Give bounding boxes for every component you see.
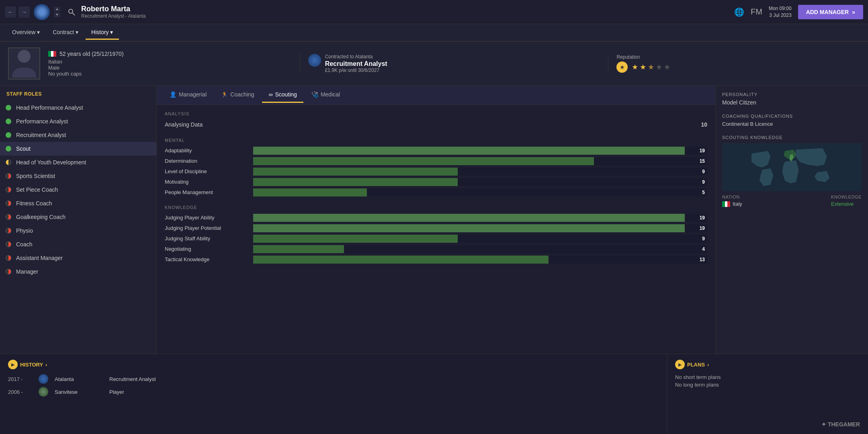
tab-medical[interactable]: 🩺 Medical — [305, 87, 346, 103]
attr-name: Level of Discipline — [165, 167, 253, 176]
attr-bar — [253, 157, 594, 165]
role-item[interactable]: Coach — [0, 237, 156, 251]
profile-nationality: Italian — [48, 59, 292, 65]
profile-header: 52 years old (25/12/1970) Italian Male N… — [0, 42, 868, 86]
role-item[interactable]: Performance Analyst — [0, 115, 156, 128]
flag-italy — [48, 51, 56, 57]
svg-point-0 — [69, 9, 73, 13]
role-item[interactable]: Scout — [0, 142, 156, 156]
role-item[interactable]: Fitness Coach — [0, 197, 156, 210]
tab-managerial[interactable]: 👤 Managerial — [163, 87, 213, 103]
mental-group: MENTAL Adaptability19Determination15Leve… — [165, 138, 707, 197]
role-item[interactable]: Head of Youth Development — [0, 156, 156, 169]
attr-value: 19 — [700, 225, 705, 231]
back-button[interactable]: ← — [5, 6, 16, 18]
forward-button[interactable]: → — [18, 6, 30, 18]
fm-logo: FM — [751, 7, 762, 16]
knowledge-attributes: Judging Player Ability19Judging Player P… — [165, 213, 707, 264]
scouting-knowledge-title: SCOUTING KNOWLEDGE — [722, 135, 862, 140]
tab-coaching[interactable]: 🏃 Coaching — [215, 87, 260, 103]
role-dot — [6, 146, 11, 151]
svg-point-2 — [18, 50, 31, 63]
role-item[interactable]: Physio — [0, 224, 156, 237]
attr-bar-wrap: 15 — [253, 157, 707, 165]
personality-value: Model Citizen — [722, 99, 862, 106]
history-role-name: Recruitment Analyst — [109, 376, 156, 382]
attr-row: People Management5 — [165, 188, 707, 197]
scouting-knowledge-section: SCOUTING KNOWLEDGE — [722, 135, 862, 207]
nation-knowledge: NATION Italy KNOWLEDGE Extensive — [722, 194, 862, 207]
knowledge-label: KNOWLEDGE — [831, 194, 862, 199]
role-item[interactable]: Goalkeeping Coach — [0, 210, 156, 224]
attr-value: 15 — [700, 158, 705, 164]
role-dot — [6, 187, 11, 192]
attr-bar-wrap: 9 — [253, 235, 707, 243]
attr-name: Negotiating — [165, 244, 253, 254]
tab-contract[interactable]: Contract ▾ — [47, 26, 84, 40]
attr-bar — [253, 168, 458, 176]
nav-tabs: Overview ▾ Contract ▾ History ▾ — [0, 24, 868, 42]
role-dot — [6, 105, 11, 111]
attr-bar-wrap: 19 — [253, 214, 707, 222]
attr-name: Motivating — [165, 177, 253, 186]
role-name: Sports Scientist — [16, 173, 55, 179]
role-dot — [6, 173, 11, 179]
plans-icon: ▶ — [675, 360, 685, 369]
attr-value: 19 — [700, 215, 705, 221]
personality-title: PERSONALITY — [722, 92, 862, 97]
role-name: Physio — [16, 227, 33, 234]
search-icon[interactable] — [65, 6, 78, 18]
attr-bar — [253, 147, 685, 155]
attributes-section: ANALYSIS Analysing Data 10 MENTAL Adapta… — [157, 105, 715, 278]
role-dot — [6, 228, 11, 233]
attr-bar-wrap: 9 — [253, 178, 707, 186]
logo-down-button[interactable]: ▼ — [54, 12, 60, 17]
role-item[interactable]: Recruitment Analyst — [0, 128, 156, 142]
role-dot — [6, 269, 11, 274]
attr-bar — [253, 256, 549, 264]
attr-value: 4 — [702, 246, 705, 252]
add-manager-button[interactable]: ADD MANAGER » — [798, 5, 863, 19]
logo-nav-arrows: ▲ ▼ — [54, 7, 60, 17]
history-year: 2017 - — [8, 376, 32, 382]
attr-row: Judging Staff Ability9 — [165, 234, 707, 243]
rep-stars: ★ ★ ★ ★ ★ ★ — [616, 61, 860, 73]
knowledge-level: Extensive — [831, 201, 862, 207]
profile-age: 52 years old (25/12/1970) — [59, 51, 124, 57]
body-section: STAFF ROLES Head Performance AnalystPerf… — [0, 86, 868, 354]
role-item[interactable]: Assistant Manager — [0, 251, 156, 265]
coaching-qual-title: COACHING QUALIFICATIONS — [722, 114, 862, 119]
datetime-block: Mon 09:00 3 Jul 2023 — [769, 5, 792, 19]
attr-name: Judging Player Ability — [165, 213, 253, 222]
logo-up-button[interactable]: ▲ — [54, 7, 60, 12]
tab-history[interactable]: History ▾ — [86, 26, 119, 40]
history-row: 2017 -AtalantaRecruitment Analyst — [8, 374, 659, 384]
attr-name: People Management — [165, 188, 253, 197]
plans-title[interactable]: ▶ PLANS › — [675, 360, 860, 369]
tab-overview[interactable]: Overview ▾ — [6, 26, 45, 40]
role-dot — [6, 255, 11, 261]
attr-value: 13 — [700, 257, 705, 262]
analysing-data-label: Analysing Data — [165, 121, 203, 128]
right-panel: PERSONALITY Model Citizen COACHING QUALI… — [715, 86, 868, 354]
attr-bar — [253, 224, 685, 232]
role-item[interactable]: Sports Scientist — [0, 169, 156, 183]
nav-arrows: ← → — [5, 6, 30, 18]
roles-container: Head Performance AnalystPerformance Anal… — [0, 101, 156, 278]
role-item[interactable]: Manager — [0, 265, 156, 278]
history-title[interactable]: ▶ HISTORY › — [8, 360, 659, 369]
person-name: Roberto Marta — [81, 5, 734, 13]
role-name: Recruitment Analyst — [16, 132, 66, 138]
attr-row: Tactical Knowledge13 — [165, 255, 707, 264]
star-2: ★ — [640, 63, 646, 72]
tab-scouting[interactable]: ∞ Scouting — [262, 87, 303, 103]
role-name: Head Performance Analyst — [16, 104, 83, 111]
mental-attributes: Adaptability19Determination15Level of Di… — [165, 146, 707, 197]
rep-icon: ★ — [616, 61, 628, 73]
person-name-block: Roberto Marta Recruitment Analyst - Atal… — [81, 5, 734, 19]
role-item[interactable]: Head Performance Analyst — [0, 101, 156, 115]
role-item[interactable]: Set Piece Coach — [0, 183, 156, 197]
globe-icon[interactable]: 🌐 — [734, 7, 744, 17]
role-name: Performance Analyst — [16, 118, 68, 125]
attr-bar — [253, 178, 458, 186]
